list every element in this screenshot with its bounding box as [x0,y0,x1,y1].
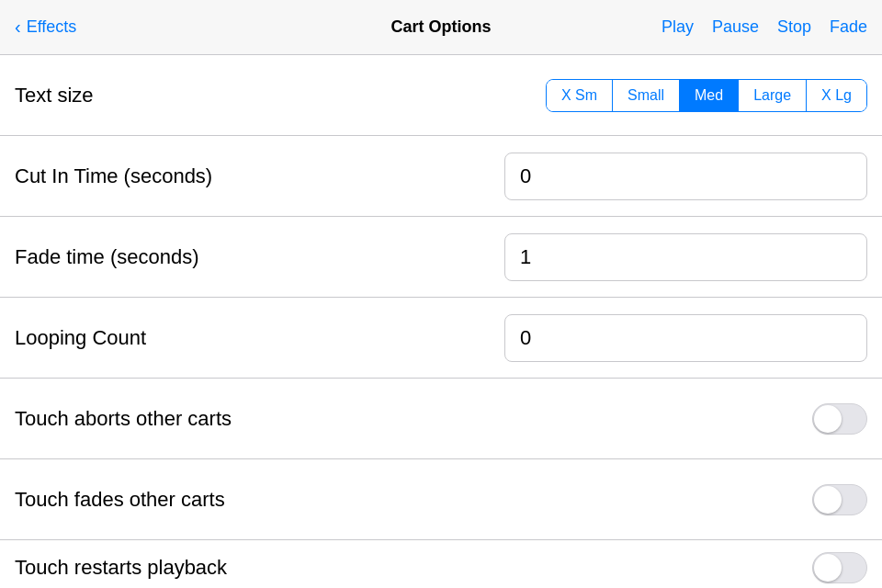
touch-aborts-toggle[interactable] [812,403,867,435]
cut-in-time-label: Cut In Time (seconds) [15,164,212,188]
fade-time-row: Fade time (seconds) [0,217,882,298]
text-size-row: Text size X Sm Small Med Large X Lg [0,55,882,136]
page-title: Cart Options [390,17,491,37]
touch-aborts-label: Touch aborts other carts [15,407,232,431]
seg-xlg[interactable]: X Lg [807,80,866,111]
stop-button[interactable]: Stop [777,17,811,37]
touch-aborts-row: Touch aborts other carts [0,379,882,459]
chevron-left-icon: ‹ [15,17,21,38]
fade-button[interactable]: Fade [830,17,867,37]
touch-restarts-row: Touch restarts playback [0,540,882,588]
toggle-knob-3 [814,554,842,582]
touch-restarts-toggle[interactable] [812,552,867,583]
touch-restarts-label: Touch restarts playback [15,556,227,580]
looping-count-input[interactable] [504,314,867,362]
seg-med[interactable]: Med [680,80,739,111]
nav-bar: ‹ Effects Cart Options Play Pause Stop F… [0,0,882,55]
seg-large[interactable]: Large [739,80,807,111]
touch-fades-label: Touch fades other carts [15,488,225,512]
cut-in-time-input[interactable] [504,153,867,200]
text-size-segmented[interactable]: X Sm Small Med Large X Lg [546,79,867,112]
touch-fades-row: Touch fades other carts [0,459,882,540]
nav-actions: Play Pause Stop Fade [662,17,867,37]
toggle-knob-2 [814,486,842,514]
fade-time-input[interactable] [504,233,867,281]
cut-in-time-row: Cut In Time (seconds) [0,136,882,217]
looping-count-row: Looping Count [0,298,882,379]
looping-count-label: Looping Count [15,326,146,350]
seg-xsm[interactable]: X Sm [547,80,613,111]
seg-small[interactable]: Small [613,80,680,111]
touch-fades-toggle[interactable] [812,484,867,515]
text-size-label: Text size [15,84,94,107]
play-button[interactable]: Play [662,17,694,37]
settings-list: Text size X Sm Small Med Large X Lg Cut … [0,55,882,588]
fade-time-label: Fade time (seconds) [15,245,199,269]
pause-button[interactable]: Pause [712,17,759,37]
toggle-knob [814,405,842,433]
back-label: Effects [27,17,77,37]
back-button[interactable]: ‹ Effects [15,17,76,38]
